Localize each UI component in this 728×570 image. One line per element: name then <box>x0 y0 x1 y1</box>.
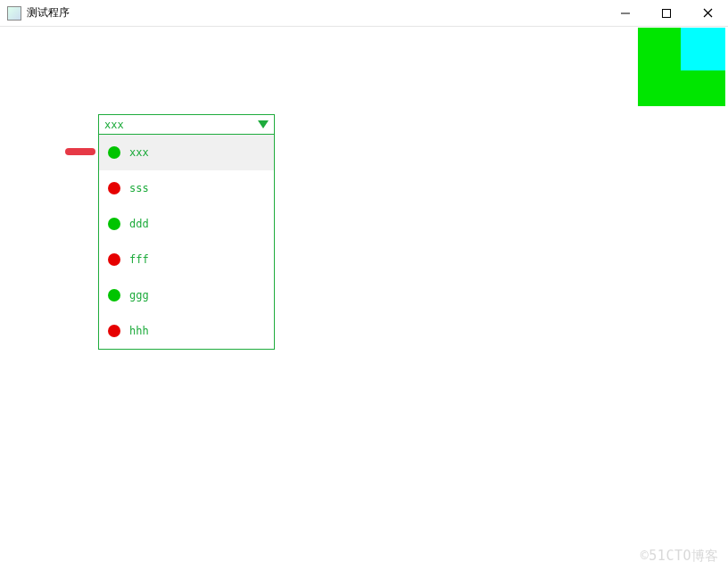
status-dot-icon <box>108 218 120 230</box>
titlebar: 测试程序 <box>0 0 728 27</box>
combobox-item[interactable]: ggg <box>99 277 274 313</box>
combobox-item-label: sss <box>129 182 149 194</box>
combobox-item-label: ddd <box>129 218 149 230</box>
combobox-selected-text: xxx <box>104 119 124 131</box>
combobox-item[interactable]: ddd <box>99 206 274 242</box>
status-dot-icon <box>108 146 120 159</box>
combobox-item-label: xxx <box>129 146 149 159</box>
close-button[interactable] <box>687 0 728 26</box>
maximize-button[interactable] <box>646 0 687 26</box>
watermark: ©51CTO博客 <box>641 548 719 565</box>
combobox-item-label: hhh <box>129 325 149 337</box>
minimize-button[interactable] <box>605 0 646 26</box>
combobox-display[interactable]: xxx <box>99 115 274 135</box>
status-dot-icon <box>108 325 120 337</box>
app-icon <box>7 6 21 21</box>
svg-rect-1 <box>663 9 671 17</box>
combobox-list: xxxsssdddfffggghhh <box>99 135 274 349</box>
combobox-item-label: fff <box>129 253 149 266</box>
status-dot-icon <box>108 289 120 302</box>
combobox-item[interactable]: fff <box>99 242 274 277</box>
window-title: 测试程序 <box>27 5 70 21</box>
chevron-down-icon <box>258 120 269 128</box>
status-dot-icon <box>108 182 120 194</box>
status-combobox[interactable]: xxx xxxsssdddfffggghhh <box>98 114 275 350</box>
combobox-item[interactable]: hhh <box>99 313 274 349</box>
combobox-item-label: ggg <box>129 289 149 302</box>
combobox-item[interactable]: sss <box>99 170 274 206</box>
combobox-item[interactable]: xxx <box>99 135 274 170</box>
cyan-block <box>681 28 725 70</box>
status-dot-icon <box>108 253 120 266</box>
indicator-arrow <box>65 148 95 155</box>
window-controls <box>605 0 728 26</box>
